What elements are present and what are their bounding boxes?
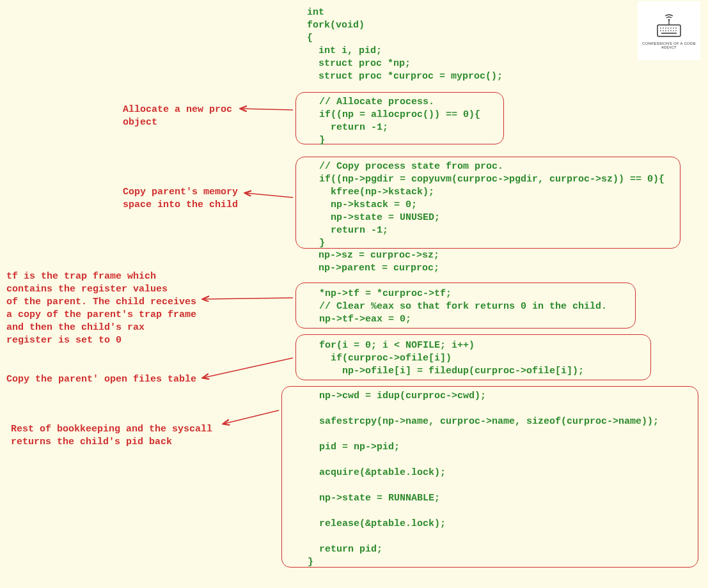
svg-line-19 xyxy=(246,193,293,197)
svg-line-21 xyxy=(203,358,293,378)
annotation-trap-frame: tf is the trap frame which contains the … xyxy=(6,270,196,347)
logo-text: CONFESSIONS OF A CODE ADDICT xyxy=(638,42,700,49)
code-line: np->parent = curproc; xyxy=(307,262,439,275)
annotation-alloc: Allocate a new proc object xyxy=(123,104,232,129)
code-line: struct proc *curproc = myproc(); xyxy=(307,70,503,83)
svg-point-0 xyxy=(668,19,670,21)
open-files-box: for(i = 0; i < NOFILE; i++) if(curproc->… xyxy=(295,334,651,380)
logo-badge: CONFESSIONS OF A CODE ADDICT xyxy=(638,1,700,60)
code-line: int xyxy=(307,6,324,19)
annotation-open-files: Copy the parent' open files table xyxy=(6,373,196,386)
annotation-bookkeeping: Rest of bookkeeping and the syscall retu… xyxy=(11,423,212,449)
svg-line-22 xyxy=(224,410,279,424)
allocate-process-box: // Allocate process. if((np = allocproc(… xyxy=(295,92,504,144)
svg-line-18 xyxy=(241,109,293,110)
copy-state-box: // Copy process state from proc. if((np-… xyxy=(295,157,680,249)
bookkeeping-box: np->cwd = idup(curproc->cwd); safestrcpy… xyxy=(281,386,698,568)
svg-line-20 xyxy=(203,298,293,299)
code-line: struct proc *np; xyxy=(307,58,411,70)
code-line: int i, pid; xyxy=(307,45,382,58)
code-line: { xyxy=(307,32,313,45)
code-line: np->sz = curproc->sz; xyxy=(307,249,439,262)
code-line: fork(void) xyxy=(307,19,365,32)
keyboard-wifi-icon xyxy=(654,12,684,39)
annotation-copy-mem: Copy parent's memory space into the chil… xyxy=(123,186,238,212)
trap-frame-box: *np->tf = *curproc->tf; // Clear %eax so… xyxy=(295,282,636,329)
